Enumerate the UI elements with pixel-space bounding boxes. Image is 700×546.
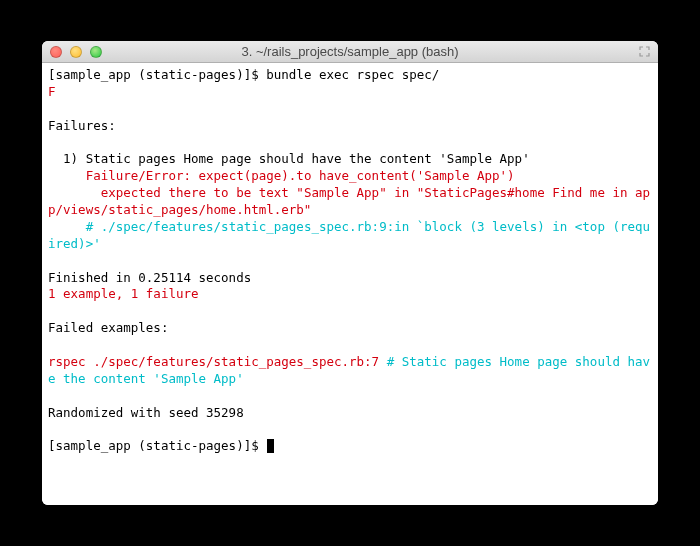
command-text: bundle exec rspec spec/ [266,67,439,82]
finished-line: Finished in 0.25114 seconds [48,270,251,285]
summary-line: 1 example, 1 failure [48,286,199,301]
zoom-icon[interactable] [90,46,102,58]
failure-description: 1) Static pages Home page should have th… [48,151,530,166]
minimize-icon[interactable] [70,46,82,58]
terminal-window: 3. ~/rails_projects/sample_app (bash) [s… [42,41,658,505]
prompt: [sample_app (static-pages)]$ [48,438,266,453]
close-icon[interactable] [50,46,62,58]
failure-expected: expected there to be text "Sample App" i… [48,185,650,217]
randomized-line: Randomized with seed 35298 [48,405,244,420]
rspec-rerun: rspec ./spec/features/static_pages_spec.… [48,354,379,369]
failure-error: Failure/Error: expect(page).to have_cont… [48,168,515,183]
cursor-icon [267,439,274,453]
traffic-lights [50,46,102,58]
window-title: 3. ~/rails_projects/sample_app (bash) [42,44,658,59]
failures-header: Failures: [48,118,116,133]
fail-indicator: F [48,84,56,99]
prompt: [sample_app (static-pages)]$ [48,67,266,82]
failed-examples-header: Failed examples: [48,320,168,335]
titlebar[interactable]: 3. ~/rails_projects/sample_app (bash) [42,41,658,63]
failure-trace: # ./spec/features/static_pages_spec.rb:9… [48,219,650,251]
expand-icon[interactable] [638,46,650,58]
terminal-content[interactable]: [sample_app (static-pages)]$ bundle exec… [42,63,658,505]
